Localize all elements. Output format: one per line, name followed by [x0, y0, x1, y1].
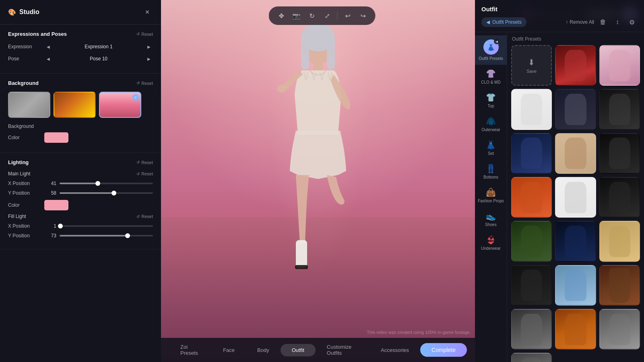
pose-next[interactable]: ▶: [145, 55, 153, 63]
main-light-color-row: Color: [8, 200, 153, 210]
outfit-item-partial-2[interactable]: [511, 353, 552, 362]
tab-face[interactable]: Face: [212, 344, 246, 356]
outfit-grid-label: Outfit Presets: [511, 36, 640, 42]
toolbar-undo-btn[interactable]: ↩: [341, 9, 355, 23]
cat-label-top: Top: [487, 104, 494, 108]
cat-label-fashion-props: Fashion Props: [478, 199, 504, 203]
remove-all-button[interactable]: ↑ Remove All: [566, 19, 594, 25]
fill-light-reset[interactable]: ↺ Reset: [136, 214, 153, 219]
tab-customize-outfits[interactable]: Customize Outfits: [316, 341, 369, 359]
sidebar-item-clo-md[interactable]: 👚 CLO & MD: [475, 65, 507, 88]
outfit-body: 👗 ◀ Outfit Presets 👚 CLO & MD 👕 Top 🧥 Ou…: [475, 32, 644, 362]
outfit-presets-btn[interactable]: ◀ Outfit Presets: [481, 17, 526, 27]
fill-light-x-label: X Position: [8, 223, 44, 229]
expression-next[interactable]: ▶: [145, 43, 153, 51]
outfit-sort-btn[interactable]: ↕: [612, 16, 623, 28]
fill-light-y-slider[interactable]: [60, 235, 153, 237]
sidebar-item-bottoms[interactable]: 👖 Bottoms: [475, 160, 507, 183]
lighting-section: Lighting ↺ Reset Main Light ↺ Reset X Po…: [0, 153, 161, 249]
outfit-delete-btn[interactable]: 🗑: [597, 16, 609, 28]
presets-label: Outfit Presets: [492, 19, 522, 25]
outfit-item-orange[interactable]: [511, 177, 552, 218]
close-button[interactable]: ×: [142, 6, 153, 18]
tab-outfit[interactable]: Outfit: [281, 344, 316, 356]
bg-thumb-pink[interactable]: ✓: [99, 92, 141, 118]
background-color-swatch-row: Color: [8, 132, 153, 143]
outfit-item-green-vest[interactable]: [511, 221, 552, 261]
fashion-props-icon: 👜: [486, 187, 496, 197]
outfit-item-brown-pants[interactable]: [599, 265, 640, 306]
main-light-color-swatch[interactable]: [44, 200, 68, 210]
bg-thumb-room[interactable]: [54, 92, 96, 118]
pose-value: Pose 10: [52, 56, 145, 62]
outfit-item-dark-jacket[interactable]: [599, 89, 640, 130]
bg-thumb-gray[interactable]: [8, 92, 50, 118]
outfit-item-navy-jacket[interactable]: [511, 133, 552, 174]
toolbar-move-btn[interactable]: ✥: [275, 9, 288, 23]
pose-prev[interactable]: ◀: [44, 55, 52, 63]
svg-point-5: [277, 84, 287, 93]
toolbar-scale-btn[interactable]: ⤢: [320, 9, 334, 23]
outfit-filter-btn[interactable]: ⚙: [626, 16, 638, 28]
sidebar-item-fashion-props[interactable]: 👜 Fashion Props: [475, 183, 507, 207]
outfit-item-orange-coat[interactable]: [555, 309, 596, 350]
outfit-item-beige[interactable]: [555, 133, 596, 174]
main-light-y-row: Y Position 58: [8, 190, 153, 196]
outfit-item-black-jacket[interactable]: [599, 133, 640, 174]
character-image: [258, 18, 378, 312]
outfit-item-dark-shirt-2[interactable]: [511, 265, 552, 306]
background-reset[interactable]: ↺ Reset: [136, 81, 153, 86]
lighting-header: Lighting ↺ Reset: [8, 159, 153, 165]
outfit-item-dark-vest[interactable]: [555, 89, 596, 130]
outfit-item-partial-1[interactable]: [599, 309, 640, 350]
bg-active-check: ✓: [132, 94, 139, 101]
outfit-presets-icon: 👗 ◀: [483, 39, 499, 55]
set-icon: 👗: [486, 140, 496, 150]
fill-light-group: Fill Light ↺ Reset X Position 1 Y Positi…: [8, 214, 153, 239]
outfit-grid: ⬇ Save: [511, 45, 640, 362]
outfit-item-navy-coat[interactable]: [555, 221, 596, 261]
reset-icon: ↺: [136, 32, 140, 36]
outfit-item-pink-dress[interactable]: [599, 45, 640, 86]
tab-zoi-presets[interactable]: Zoi Presets: [169, 341, 212, 359]
expressions-poses-reset[interactable]: ↺ Reset: [136, 32, 153, 37]
main-light-y-slider[interactable]: [60, 192, 153, 194]
toolbar-rotate-btn[interactable]: ↻: [305, 9, 319, 23]
sidebar-item-set[interactable]: 👗 Set: [475, 136, 507, 160]
clo-md-icon: 👚: [486, 69, 496, 78]
complete-button[interactable]: Complete: [420, 343, 467, 357]
outfit-item-beige-coat[interactable]: [599, 221, 640, 261]
reset-icon-3: ↺: [136, 160, 140, 165]
outfit-item-white-shirt[interactable]: [511, 89, 552, 130]
tab-accessories[interactable]: Accessories: [369, 344, 420, 356]
lighting-title: Lighting: [8, 159, 29, 165]
outfit-item-gray-jacket[interactable]: [511, 309, 552, 350]
sidebar-item-underwear[interactable]: 👙 Underwear: [475, 231, 507, 255]
main-light-x-slider[interactable]: [60, 183, 153, 184]
remove-all-label: Remove All: [570, 19, 594, 25]
tab-body[interactable]: Body: [246, 344, 281, 356]
background-color-swatch[interactable]: [44, 132, 68, 143]
sidebar-item-outerwear[interactable]: 🧥 Outerwear: [475, 112, 507, 136]
main-light-header: Main Light ↺ Reset: [8, 171, 153, 177]
svg-rect-2: [301, 37, 309, 70]
main-light-reset[interactable]: ↺ Reset: [136, 171, 153, 176]
top-toolbar: ✥ 📷 ↻ ⤢ ↩ ↪: [269, 6, 376, 25]
sidebar-item-shoes[interactable]: 👟 Shoes: [475, 207, 507, 231]
outfit-item-light-blue[interactable]: [555, 265, 596, 306]
back-arrow-icon: ◀: [494, 39, 500, 44]
sidebar-item-top[interactable]: 👕 Top: [475, 88, 507, 112]
fill-light-title: Fill Light: [8, 214, 26, 219]
toolbar-redo-btn[interactable]: ↪: [356, 9, 370, 23]
fill-light-x-slider[interactable]: [60, 225, 153, 227]
studio-icon: 🎨: [8, 8, 16, 16]
lighting-reset[interactable]: ↺ Reset: [136, 160, 153, 165]
top-icon: 👕: [486, 93, 496, 102]
outfit-item-dark-suit[interactable]: [599, 177, 640, 218]
outfit-item-white-suit[interactable]: [555, 177, 596, 218]
sidebar-item-outfit-presets[interactable]: 👗 ◀ Outfit Presets: [475, 35, 507, 65]
outfit-item-red-jacket[interactable]: [555, 45, 596, 86]
expression-prev[interactable]: ◀: [44, 43, 52, 51]
toolbar-camera-btn[interactable]: 📷: [290, 9, 303, 23]
outfit-save-item[interactable]: ⬇ Save: [511, 45, 552, 86]
